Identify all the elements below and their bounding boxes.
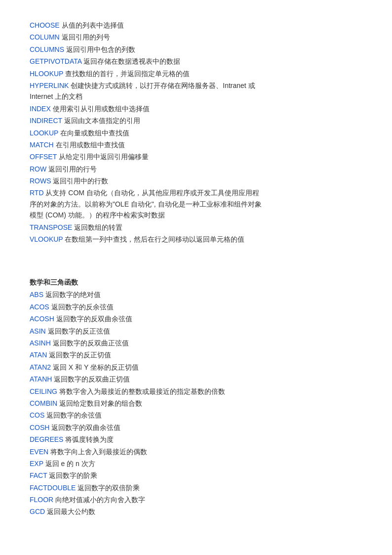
func-desc: 返回数字的反双曲余弦值 — [54, 315, 132, 323]
list-item: COLUMNS 返回引用中包含的列数 — [30, 44, 362, 55]
list-item: TRANSPOSE 返回数组的转置 — [30, 222, 362, 233]
func-desc: 从值的列表中选择值 — [60, 21, 124, 29]
func-desc: 在向量或数组中查找值 — [58, 129, 129, 137]
list-item: INDEX 使用索引从引用或数组中选择值 — [30, 103, 362, 114]
func-desc: 返回数字的反正弦值 — [46, 327, 110, 335]
content-area: CHOOSE 从值的列表中选择值 COLUMN 返回引用的列号 COLUMNS … — [30, 20, 362, 517]
lookup-section: CHOOSE 从值的列表中选择值 COLUMN 返回引用的列号 COLUMNS … — [30, 20, 362, 245]
list-item: OFFSET 从给定引用中返回引用偏移量 — [30, 151, 362, 162]
func-desc: 将弧度转换为度 — [63, 435, 114, 443]
list-item: ACOSH 返回数字的反双曲余弦值 — [30, 313, 362, 324]
func-name: FACTDOUBLE — [30, 484, 76, 492]
func-desc: 返回 e 的 n 次方 — [43, 460, 95, 468]
func-name: ASINH — [30, 339, 51, 347]
func-desc: 返回数字的双曲余弦值 — [49, 424, 120, 431]
section-title: 数学和三角函数 — [30, 278, 362, 287]
func-name: ACOSH — [30, 315, 54, 323]
func-name: ROWS — [30, 177, 51, 185]
list-item: MATCH 在引用或数组中查找值 — [30, 139, 362, 150]
func-name: INDIRECT — [30, 117, 62, 125]
func-name: MATCH — [30, 141, 54, 149]
list-item: COS 返回数字的余弦值 — [30, 410, 362, 421]
func-name: EVEN — [30, 448, 48, 456]
list-item: ATAN 返回数字的反正切值 — [30, 349, 362, 360]
list-item: FLOOR 向绝对值减小的方向舍入数字 — [30, 494, 362, 505]
func-name: RTD — [30, 189, 44, 197]
list-item: EVEN 将数字向上舍入到最接近的偶数 — [30, 446, 362, 457]
func-name: CHOOSE — [30, 21, 60, 29]
func-desc: 返回数字的反正切值 — [47, 351, 111, 359]
func-name: ATANH — [30, 375, 52, 383]
list-item: CEILING 将数字舍入为最接近的整数或最接近的指定基数的倍数 — [30, 386, 362, 397]
func-name: ATAN — [30, 351, 47, 359]
list-item: VLOOKUP 在数组第一列中查找，然后在行之间移动以返回单元格的值 — [30, 234, 362, 245]
list-item: ATAN2 返回 X 和 Y 坐标的反正切值 — [30, 362, 362, 373]
func-name: CEILING — [30, 387, 57, 395]
func-name: GETPIVOTDATA — [30, 57, 81, 65]
func-name: COSH — [30, 424, 49, 431]
func-name: ROW — [30, 165, 46, 173]
list-item: INDIRECT 返回由文本值指定的引用 — [30, 115, 362, 126]
func-name: HLOOKUP — [30, 70, 63, 78]
func-desc: 返回最大公约数 — [45, 508, 95, 515]
func-desc: 返回数组的转置 — [72, 223, 122, 231]
spacer — [30, 255, 362, 263]
func-name: FLOOR — [30, 496, 53, 504]
list-item: RTD 从支持 COM 自动化（自动化，从其他应用程序或开发工具使用应用程序的对… — [30, 187, 362, 220]
func-name: COMBIN — [30, 399, 57, 407]
list-item: FACT 返回数字的阶乘 — [30, 470, 362, 481]
func-desc: 使用索引从引用或数组中选择值 — [51, 105, 150, 113]
func-desc: 返回由文本值指定的引用 — [62, 117, 140, 125]
func-name: HYPERLINK — [30, 82, 69, 89]
list-item: GETPIVOTDATA 返回存储在数据透视表中的数据 — [30, 56, 362, 67]
list-item: GCD 返回最大公约数 — [30, 506, 362, 517]
func-name: DEGREES — [30, 435, 63, 443]
list-item: EXP 返回 e 的 n 次方 — [30, 458, 362, 469]
func-name: ACOS — [30, 303, 49, 311]
list-item: ACOS 返回数字的反余弦值 — [30, 301, 362, 312]
func-name: FACT — [30, 471, 47, 479]
func-desc: 返回给定数目对象的组合数 — [57, 399, 142, 407]
func-desc: 向绝对值减小的方向舍入数字 — [53, 496, 145, 504]
func-desc: 从给定引用中返回引用偏移量 — [57, 153, 149, 161]
func-name: COLUMN — [30, 33, 60, 41]
func-desc: 返回数字的余弦值 — [44, 411, 102, 419]
func-desc: 将数字向上舍入到最接近的偶数 — [48, 448, 147, 456]
func-desc: 返回数字的反余弦值 — [49, 303, 114, 311]
list-item: HYPERLINK 创建快捷方式或跳转，以打开存储在网络服务器、Intranet… — [30, 80, 362, 102]
func-desc: 返回数字的反双曲正切值 — [52, 375, 130, 383]
list-item: FACTDOUBLE 返回数字的双倍阶乘 — [30, 482, 362, 493]
func-desc: 在数组第一列中查找，然后在行之间移动以返回单元格的值 — [63, 235, 244, 243]
func-desc: 返回数字的反双曲正弦值 — [51, 339, 129, 347]
func-desc: 返回引用中包含的列数 — [64, 45, 135, 53]
func-name: TRANSPOSE — [30, 223, 72, 231]
list-item: ROWS 返回引用中的行数 — [30, 175, 362, 186]
list-item: ASINH 返回数字的反双曲正弦值 — [30, 338, 362, 348]
func-desc: 返回数字的阶乘 — [47, 471, 98, 479]
func-name: LOOKUP — [30, 129, 58, 137]
func-desc: 在引用或数组中查找值 — [54, 141, 125, 149]
func-name: ABS — [30, 291, 43, 299]
func-name: INDEX — [30, 105, 51, 113]
func-desc: 返回存储在数据透视表中的数据 — [81, 57, 180, 65]
func-desc: 将数字舍入为最接近的整数或最接近的指定基数的倍数 — [57, 387, 225, 395]
list-item: COSH 返回数字的双曲余弦值 — [30, 422, 362, 433]
func-desc: 返回数字的双倍阶乘 — [76, 484, 140, 492]
list-item: ABS 返回数字的绝对值 — [30, 289, 362, 300]
func-name: COLUMNS — [30, 45, 64, 53]
func-name: GCD — [30, 508, 45, 515]
list-item: HLOOKUP 查找数组的首行，并返回指定单元格的值 — [30, 68, 362, 79]
func-name: OFFSET — [30, 153, 57, 161]
math-trig-section: 数学和三角函数 ABS 返回数字的绝对值 ACOS 返回数字的反余弦值 ACOS… — [30, 278, 362, 517]
list-item: LOOKUP 在向量或数组中查找值 — [30, 128, 362, 138]
list-item: COLUMN 返回引用的列号 — [30, 32, 362, 43]
list-item: ASIN 返回数字的反正弦值 — [30, 326, 362, 337]
func-name: ATAN2 — [30, 363, 51, 371]
func-desc: 返回 X 和 Y 坐标的反正切值 — [51, 363, 139, 371]
func-name: COS — [30, 411, 44, 419]
list-item: ATANH 返回数字的反双曲正切值 — [30, 374, 362, 384]
func-desc: 返回引用的列号 — [60, 33, 110, 41]
func-desc: 返回引用的行号 — [46, 165, 97, 173]
list-item: DEGREES 将弧度转换为度 — [30, 434, 362, 445]
spacer — [30, 246, 362, 255]
